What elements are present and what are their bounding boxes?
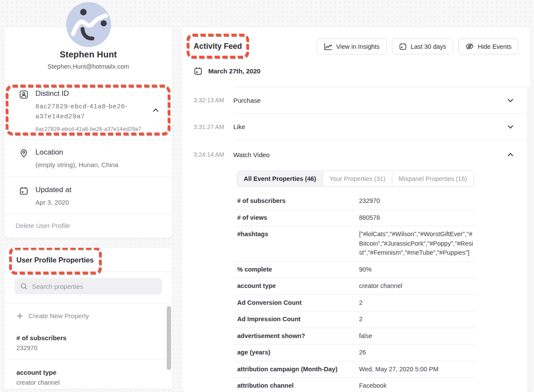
profile-property-of-subscribers[interactable]: # of subscribers232970 xyxy=(4,325,172,359)
user-email: Stephen.Hunt@hotmailx.com xyxy=(13,63,164,70)
property-name: # of subscribers xyxy=(16,334,160,341)
distinct-id-label: Distinct ID xyxy=(35,89,151,98)
event-time: 3:32:13 AM xyxy=(181,87,233,114)
event-property-value: 2 xyxy=(359,295,476,311)
left-column: Stephen Hunt Stephen.Hunt@hotmailx.com D… xyxy=(4,27,172,389)
id-badge-icon xyxy=(19,89,29,132)
event-name: Like xyxy=(233,123,245,130)
event-property-value: Wed, May 27, 2020 5:00 PM xyxy=(359,361,476,378)
hide-events-label: Hide Events xyxy=(478,43,512,50)
event-property-row-age-years: age (years)26 xyxy=(233,345,476,361)
event-time: 3:31:27 AM xyxy=(181,114,233,140)
user-name: Stephen Hunt xyxy=(13,50,164,60)
event-property-value: creator channel xyxy=(359,278,476,294)
event-property-row-account-type: account typecreator channel xyxy=(233,278,476,295)
property-name: account type xyxy=(16,369,160,376)
distinct-id-sub-value: 8ac27829-ebcd-41a8-be26-a37e14ed29a7 xyxy=(35,126,151,132)
activity-feed-card: Activity Feed View in Insights xyxy=(181,27,531,392)
event-property-value: 880578 xyxy=(359,210,476,226)
event-property-name: account type xyxy=(233,278,359,294)
property-value: creator channel xyxy=(16,379,160,386)
tab-your-properties-31[interactable]: Your Properties (31) xyxy=(323,171,392,187)
event-row-toggle[interactable]: Like xyxy=(233,114,531,140)
event-property-name: attribution campaign (Month-Day) xyxy=(233,361,359,378)
search-box xyxy=(15,278,162,294)
delete-profile-row: Delete User Profile xyxy=(4,215,172,238)
tab-all-event-properties-46[interactable]: All Event Properties (46) xyxy=(237,171,323,187)
chevron-up-icon xyxy=(508,153,513,158)
hide-events-button[interactable]: Hide Events xyxy=(458,38,518,54)
property-value: 232970 xyxy=(16,345,160,351)
plus-icon xyxy=(16,313,23,319)
feed-date-label: March 27th, 2020 xyxy=(208,67,261,75)
last-30-days-label: Last 30 days xyxy=(411,43,446,50)
event-property-name: % complete xyxy=(233,262,359,278)
activity-feed-title-text: Activity Feed xyxy=(194,42,242,51)
distinct-id-collapse-button[interactable] xyxy=(151,104,160,117)
event-property-row-of-subscribers: # of subscribers232970 xyxy=(233,193,476,210)
profile-property-account-type[interactable]: account typecreator channel xyxy=(4,359,172,389)
calendar-icon xyxy=(194,66,203,76)
event-property-row-complete: % complete90% xyxy=(233,262,476,278)
properties-scrollbar-thumb[interactable] xyxy=(167,306,171,370)
search-icon xyxy=(20,283,28,290)
updated-at-value: Apr 3, 2020 xyxy=(35,197,165,207)
tab-mixpanel-properties-15[interactable]: Mixpanel Properties (15) xyxy=(392,171,474,187)
create-new-property-button[interactable]: Create New Property xyxy=(4,303,172,325)
event-property-name: age (years) xyxy=(233,345,359,361)
properties-list: Create New Property # of subscribers2329… xyxy=(4,303,172,389)
event-row-toggle[interactable]: Purchase xyxy=(233,87,531,114)
view-in-insights-button[interactable]: View in Insights xyxy=(317,38,386,54)
property-items-container: # of subscribers232970account typecreato… xyxy=(4,325,172,389)
activity-feed-title: Activity Feed xyxy=(194,42,242,51)
event-property-row-of-views: # of views880578 xyxy=(233,210,476,227)
event-property-row-attribution-channel: attribution channelFacebook xyxy=(233,378,476,392)
delete-user-profile-link[interactable]: Delete User Profile xyxy=(16,222,70,229)
location-label: Location xyxy=(35,148,165,157)
properties-header: User Profile Properties xyxy=(4,248,172,272)
event-row-purchase: 3:32:13 AM Purchase xyxy=(181,87,531,114)
event-property-name: attribution channel xyxy=(233,378,359,392)
calendar-icon xyxy=(399,42,407,51)
event-property-row-ad-impression-count: Ad Impression Count2 xyxy=(233,311,476,328)
updated-at-label: Updated at xyxy=(35,186,165,194)
last-30-days-button[interactable]: Last 30 days xyxy=(392,38,453,54)
event-property-value: ["#lolCats","#Wilson","#WorstGiftEver","… xyxy=(359,226,476,261)
event-row-toggle[interactable]: Watch Video xyxy=(233,140,531,169)
chevron-up-icon xyxy=(153,108,159,114)
event-property-value: false xyxy=(359,328,476,345)
properties-title-text: User Profile Properties xyxy=(16,256,94,264)
properties-title: User Profile Properties xyxy=(16,256,94,264)
location-pin-icon xyxy=(19,148,29,170)
feed-scrollbar-track[interactable] xyxy=(528,86,531,392)
calendar-icon xyxy=(19,186,29,207)
search-wrap xyxy=(4,272,172,303)
event-name: Watch Video xyxy=(233,151,270,158)
search-properties-input[interactable] xyxy=(32,283,156,290)
event-property-name: advertisement shown? xyxy=(233,328,359,345)
chevron-down-icon xyxy=(508,123,513,129)
properties-scrollbar-track[interactable] xyxy=(167,305,171,389)
event-property-value: 90% xyxy=(359,262,476,278)
location-value: (empty string), Hunan, China xyxy=(35,160,165,170)
event-detail-tabs: All Event Properties (46)Your Properties… xyxy=(237,171,474,187)
chevron-down-icon xyxy=(508,97,513,102)
event-property-name: Ad Conversion Count xyxy=(233,295,359,311)
event-property-value: 26 xyxy=(359,345,476,361)
event-time: 3:24:14 AM xyxy=(181,140,233,169)
user-avatar xyxy=(66,2,111,47)
event-properties-table: # of subscribers232970# of views880578#h… xyxy=(233,193,476,392)
distinct-id-section: Distinct ID 8ac27829-ebcd-41a8-be26-a37e… xyxy=(4,81,172,139)
event-property-row-attribution-campaign-month-day: attribution campaign (Month-Day)Wed, May… xyxy=(233,361,476,378)
event-property-name: # of views xyxy=(233,210,359,226)
event-property-row-advertisement-shown: advertisement shown?false xyxy=(233,328,476,345)
event-property-name: Ad Impression Count xyxy=(233,311,359,328)
view-in-insights-label: View in Insights xyxy=(336,43,379,50)
feed-date-row: March 27th, 2020 xyxy=(181,62,531,81)
event-property-row-hashtags: #hashtags["#lolCats","#Wilson","#WorstGi… xyxy=(233,226,476,262)
activity-feed-header: Activity Feed View in Insights xyxy=(181,27,531,62)
user-profile-card: Stephen Hunt Stephen.Hunt@hotmailx.com D… xyxy=(4,27,172,238)
event-row-watch-video: 3:24:14 AM Watch Video xyxy=(181,140,531,169)
feed-toolbar: View in Insights Last 30 days xyxy=(317,38,518,54)
user-profile-properties-card: User Profile Properties xyxy=(4,248,172,389)
